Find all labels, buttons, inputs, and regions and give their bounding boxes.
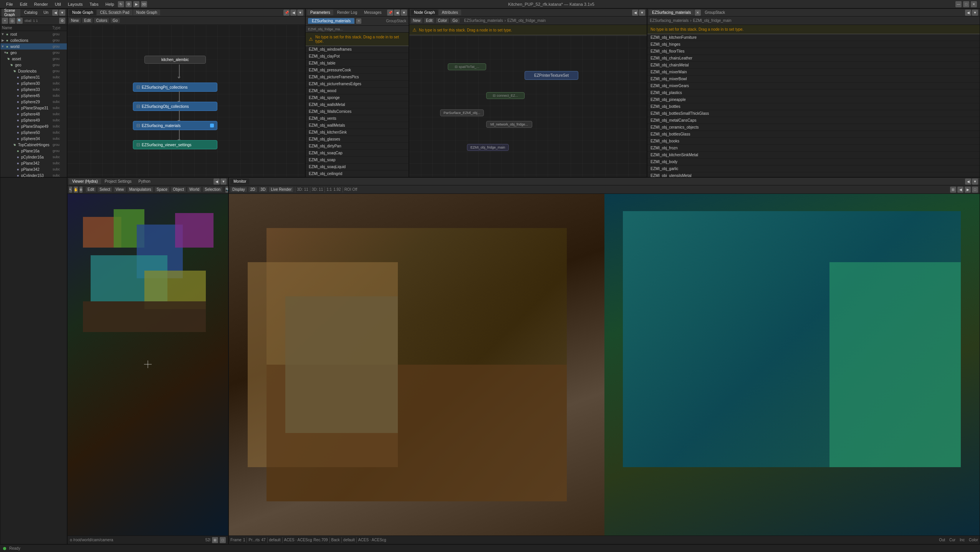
- right-list-item-16[interactable]: EZMI_obj_frozn: [647, 145, 980, 152]
- viewer-object-btn[interactable]: Object: [171, 187, 186, 192]
- sg-tree-item-5[interactable]: ▼ ■ geo grou: [0, 62, 67, 68]
- tab-ng2-main[interactable]: Node Graph: [411, 10, 438, 15]
- ng-colors-btn[interactable]: Colors: [94, 18, 109, 23]
- sg-search-icon[interactable]: 🔍: [17, 18, 23, 24]
- 3d-icon[interactable]: 3D: [141, 1, 147, 7]
- monitor-canvas[interactable]: [229, 194, 980, 535]
- maximize-icon[interactable]: □: [963, 1, 969, 7]
- menu-render[interactable]: Render: [31, 1, 51, 7]
- sg-tree-item-22[interactable]: ■ pPlane342 subc: [0, 166, 67, 172]
- ez-list-item-3[interactable]: EZMl_obj_pressureCook: [306, 67, 409, 74]
- ez-list-item-16[interactable]: EZMl_obj_soap: [306, 157, 409, 164]
- right-list-item-3[interactable]: EZMI_obj_chairsLeather: [647, 55, 980, 62]
- ng2-new-btn[interactable]: New: [411, 18, 422, 23]
- monitor-live-render-btn[interactable]: Live Render: [269, 187, 293, 192]
- right-list-item-12[interactable]: EZMI_obj_metalCansCaps: [647, 117, 980, 124]
- refresh-icon[interactable]: ↻: [118, 1, 124, 7]
- sg-tree-item-6[interactable]: ▼ ■ Doorknobs grou: [0, 68, 67, 74]
- right-list-item-20[interactable]: EZMI_obj_utensilsMetal: [647, 172, 980, 177]
- sg-tree-item-3[interactable]: ▼ ■ geo grou: [0, 50, 67, 56]
- right-list-item-4[interactable]: EZMI_obj_chairsMetal: [647, 62, 980, 69]
- tab-rp-ezsurfacing[interactable]: EZSurfacing_materials: [649, 10, 694, 15]
- monitor-collapse-icon[interactable]: ◀: [965, 178, 971, 185]
- sg-tree-item-1[interactable]: ▶ ■ collections grou: [0, 37, 67, 43]
- sg-collapse-icon[interactable]: ◀: [52, 10, 58, 16]
- sg-tree-item-7[interactable]: ■ pSphere31 subc: [0, 74, 67, 80]
- tab-node-graph2[interactable]: Node Graph: [133, 10, 160, 15]
- monitor-display-btn[interactable]: Display: [230, 187, 247, 192]
- right-list-item-7[interactable]: EZMI_obj_mixerGears: [647, 83, 980, 89]
- ez-list-item-10[interactable]: EZMl_obj_vents: [306, 115, 409, 122]
- tab-node-graph[interactable]: Node Graph: [69, 10, 96, 15]
- right-list-item-0[interactable]: EZMI_obj_kitchenFurniture: [647, 34, 980, 41]
- settings-icon[interactable]: ⚙: [126, 1, 132, 7]
- sg-tree-item-11[interactable]: ■ pSphere29 subc: [0, 99, 67, 105]
- monitor-2d-btn[interactable]: 2D: [248, 187, 257, 192]
- ez-list-item-15[interactable]: EZMl_obj_soaqCap: [306, 150, 409, 157]
- ng2-node-conn1[interactable]: ⊟ spat/ToTat_...: [448, 63, 486, 70]
- viewer-manip-btn[interactable]: Manipulators: [127, 187, 153, 192]
- tab-rp-groupstack[interactable]: GroupStack: [702, 10, 728, 15]
- sg-tree-item-2[interactable]: ▼ ■ world grou: [0, 43, 67, 50]
- params-expand-icon[interactable]: ▼: [401, 10, 407, 16]
- tab-scene-graph[interactable]: Scene Graph: [2, 8, 20, 18]
- right-list-item-14[interactable]: EZMI_obj_bottlesGlass: [647, 131, 980, 138]
- menu-util[interactable]: Util: [52, 1, 64, 7]
- sg-tree-item-17[interactable]: ■ pSphere34 subc: [0, 136, 67, 142]
- rp-close-icon[interactable]: ✕: [695, 10, 701, 16]
- ng-new-btn[interactable]: New: [69, 18, 81, 23]
- ez-list-item-4[interactable]: EZMl_obj_pictureFramesPics: [306, 74, 409, 81]
- ez-list-item-14[interactable]: EZMl_obj_dirtyPan: [306, 143, 409, 150]
- ez-list-item-8[interactable]: EZMl_obj_wallsMetal: [306, 101, 409, 108]
- monitor-icon2[interactable]: ◀: [957, 187, 963, 193]
- menu-tabs[interactable]: Tabs: [86, 1, 101, 7]
- sg-filter-icon[interactable]: ◎: [9, 18, 15, 24]
- menu-help[interactable]: Help: [102, 1, 117, 7]
- ez-list-item-18[interactable]: EZMl_obj_ceilingrid: [306, 170, 409, 177]
- ng2-expand-icon[interactable]: ▼: [639, 10, 645, 16]
- sg-tree-item-0[interactable]: ▼ ■ root grou: [0, 31, 67, 37]
- sg-tree-item-14[interactable]: ■ pSphere49 subc: [0, 117, 67, 123]
- tab-cel-scratch[interactable]: CEL Scratch Pad: [97, 10, 132, 15]
- ng2-edit-btn[interactable]: Edit: [424, 18, 434, 23]
- viewer-expand-icon[interactable]: ▼: [220, 178, 227, 185]
- ez-list-item-6[interactable]: EZMl_obj_wood: [306, 88, 409, 94]
- sg-tree-item-10[interactable]: ■ pSphere45 subc: [0, 93, 67, 99]
- ng2-color-btn[interactable]: Color: [436, 18, 449, 23]
- sg-tree-item-12[interactable]: ■ pPlaneShape31 subc: [0, 105, 67, 111]
- ez-list-item-2[interactable]: EZMl_obj_table: [306, 60, 409, 67]
- right-list-item-17[interactable]: EZMI_obj_kitchenSinkMetal: [647, 152, 980, 159]
- tab-render-log[interactable]: Render Log: [334, 10, 360, 15]
- right-list-item-9[interactable]: EZMI_obj_pineapple: [647, 96, 980, 103]
- viewer-camera-icon[interactable]: 📷: [225, 187, 228, 193]
- ng2-node-conn2[interactable]: ⊟ connect_EZ...: [486, 92, 525, 99]
- sg-tree-item-20[interactable]: ■ pCylinder16a subc: [0, 154, 67, 160]
- ng-expand-icon[interactable]: ▼: [297, 10, 303, 16]
- node-ezobj[interactable]: ⊟ EZSurfacingObj_collections: [133, 102, 217, 111]
- viewer-space-btn[interactable]: Space: [155, 187, 169, 192]
- params-collapse-icon[interactable]: ◀: [394, 10, 400, 16]
- tab-parameters[interactable]: Parameters: [307, 10, 333, 15]
- tab-catalog[interactable]: Catalog: [22, 10, 40, 15]
- menu-edit[interactable]: Edit: [17, 1, 30, 7]
- sg-tree-item-23[interactable]: ■ pCylinder153 subc: [0, 172, 67, 177]
- ez-close-btn[interactable]: ✕: [356, 18, 361, 24]
- viewer-select-btn[interactable]: Select: [98, 187, 112, 192]
- tab-monitor[interactable]: Monitor: [230, 178, 249, 184]
- sg-tree-item-16[interactable]: ■ pSphere50 subc: [0, 129, 67, 136]
- monitor-icon3[interactable]: ▶: [965, 187, 971, 193]
- monitor-icon4[interactable]: □: [972, 187, 978, 193]
- close-icon[interactable]: ✕: [971, 1, 977, 7]
- ez-list-item-0[interactable]: EZMl_obj_windowframes: [306, 46, 409, 53]
- node-ezmaterials[interactable]: ⊟ EZSurfacing_materials: [133, 121, 217, 130]
- tab-python[interactable]: Python: [136, 178, 154, 184]
- tab-project-settings[interactable]: Project Settings: [102, 178, 135, 184]
- menu-file[interactable]: File: [3, 1, 16, 7]
- sg-tree-item-21[interactable]: ■ pPlane342 subc: [0, 160, 67, 166]
- right-list-item-18[interactable]: EZMI_obj_body: [647, 159, 980, 165]
- tab-messages[interactable]: Messages: [361, 10, 385, 15]
- viewer-pan-icon[interactable]: ✋: [74, 187, 78, 193]
- ng2-node-fridge[interactable]: EZMI_obj_fridge_main: [467, 144, 509, 151]
- right-list-item-5[interactable]: EZMI_obj_mixerMain: [647, 69, 980, 76]
- ng-pin-icon[interactable]: 📌: [283, 10, 290, 16]
